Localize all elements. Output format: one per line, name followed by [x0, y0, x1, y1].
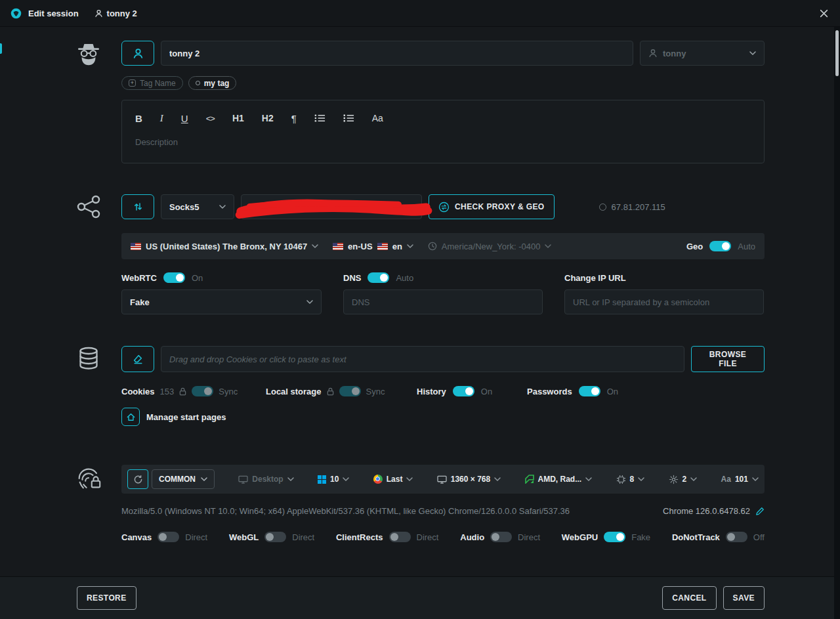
font-size-button[interactable]: Aa: [372, 113, 383, 123]
description-editor[interactable]: B I U <> H1 H2 ¶ Aa Description: [121, 100, 765, 163]
webgl-label: WebGL: [229, 532, 259, 542]
preset-value: COMMON: [159, 475, 196, 484]
geo-label: Geo: [686, 242, 703, 251]
donottrack-label: DoNotTrack: [672, 532, 720, 542]
cookies-count: 153: [160, 387, 175, 396]
local-storage-sync-state: Sync: [366, 387, 385, 396]
check-proxy-button[interactable]: CHECK PROXY & GEO: [429, 194, 555, 219]
bullet-list-button[interactable]: [314, 114, 326, 123]
plus-icon: +: [129, 79, 136, 87]
resolution-value: 1360 × 768: [451, 475, 490, 484]
close-icon[interactable]: [818, 7, 830, 19]
italic-button[interactable]: I: [160, 113, 163, 124]
dns-input[interactable]: [343, 289, 543, 314]
cookies-dropzone[interactable]: Drag and drop Cookies or click to paste …: [161, 346, 684, 372]
dialog-title: Edit session: [28, 9, 79, 18]
h2-button[interactable]: H2: [262, 113, 274, 123]
session-name-chip: tonny 2: [94, 9, 137, 18]
geo-location-select[interactable]: US (United States) The Bronx, NY 10467: [131, 242, 318, 251]
profile-select[interactable]: tonny: [640, 41, 765, 66]
chevron-down-icon: [287, 477, 294, 481]
scrollbar-thumb[interactable]: [835, 30, 839, 76]
proxy-mode-button[interactable]: [121, 194, 154, 219]
passwords-toggle[interactable]: [579, 386, 600, 396]
proxy-type-select[interactable]: Socks5: [161, 194, 234, 219]
session-name-input[interactable]: [161, 41, 633, 66]
clientrects-toggle[interactable]: [389, 532, 411, 542]
chevron-down-icon: [312, 244, 318, 248]
cpu-select[interactable]: 8: [616, 475, 645, 484]
regenerate-fingerprint-button[interactable]: [127, 469, 148, 489]
us-flag-icon: [333, 243, 343, 250]
scrollbar-track: [834, 27, 840, 619]
us-flag-icon: [131, 243, 141, 250]
memory-select[interactable]: 2: [669, 475, 698, 484]
resolution-select[interactable]: 1360 × 768: [437, 475, 501, 484]
chevron-down-icon: [749, 51, 756, 55]
bold-button[interactable]: B: [135, 113, 142, 124]
local-storage-sync-toggle[interactable]: [339, 386, 361, 396]
proxy-address-input[interactable]: [241, 194, 422, 219]
dns-toggle[interactable]: [368, 272, 389, 283]
underline-button[interactable]: U: [181, 113, 188, 124]
tag-dot-icon: [196, 81, 200, 85]
cookies-sync-toggle[interactable]: [192, 386, 213, 396]
chevron-down-icon: [494, 477, 501, 481]
amd-icon: [525, 475, 534, 484]
history-toggle[interactable]: [453, 386, 474, 396]
clear-cookies-button[interactable]: [121, 346, 154, 372]
monitor-icon: [437, 475, 447, 484]
dns-state: Auto: [396, 273, 413, 283]
donottrack-state: Off: [753, 532, 765, 542]
restore-button[interactable]: RESTORE: [77, 586, 136, 610]
browse-file-button[interactable]: BROWSE FILE: [691, 346, 765, 372]
webrtc-mode-select[interactable]: Fake: [121, 289, 322, 314]
canvas-toggle[interactable]: [158, 532, 179, 542]
webrtc-label: WebRTC: [121, 273, 157, 283]
browser-version-select[interactable]: Last: [373, 475, 413, 484]
code-button[interactable]: <>: [206, 114, 215, 123]
editor-toolbar: B I U <> H1 H2 ¶ Aa: [135, 108, 751, 128]
refresh-icon: [133, 475, 143, 484]
os-version-select[interactable]: 10: [318, 475, 349, 484]
gpu-select[interactable]: AMD, Rad...: [525, 475, 593, 484]
webgpu-toggle[interactable]: [604, 532, 625, 542]
memory-icon: [669, 475, 679, 484]
webgl-state: Direct: [292, 532, 314, 542]
change-ip-url-input[interactable]: [564, 289, 764, 314]
add-tag-button[interactable]: + Tag Name: [121, 76, 183, 90]
audio-label: Audio: [460, 532, 484, 542]
preset-select[interactable]: COMMON: [152, 469, 215, 489]
database-icon: [75, 345, 102, 372]
chevron-down-icon: [545, 244, 551, 248]
save-button[interactable]: SAVE: [723, 586, 765, 610]
cancel-button[interactable]: CANCEL: [662, 586, 716, 610]
fonts-select[interactable]: Aa 101: [721, 475, 759, 484]
cancel-label: CANCEL: [672, 593, 706, 603]
us-flag-icon: [377, 243, 388, 250]
bullet-list-icon: [314, 114, 326, 123]
swap-icon: [438, 202, 450, 213]
geo-toggle[interactable]: [709, 241, 731, 251]
network-icon: [75, 194, 102, 220]
webrtc-toggle[interactable]: [163, 272, 185, 283]
audio-toggle[interactable]: [490, 532, 512, 542]
profile-type-button[interactable]: [121, 41, 154, 66]
manage-start-pages-button[interactable]: Manage start pages: [121, 408, 765, 426]
start-pages-icon: [121, 408, 140, 426]
canvas-state: Direct: [185, 532, 207, 542]
webgl-toggle[interactable]: [264, 532, 286, 542]
tag-chip[interactable]: my tag: [188, 76, 237, 90]
edit-pencil-icon[interactable]: [755, 507, 765, 516]
ordered-list-button[interactable]: [343, 114, 354, 123]
donottrack-toggle[interactable]: [726, 532, 747, 542]
paragraph-button[interactable]: ¶: [291, 113, 297, 124]
timezone-select[interactable]: America/New_York: -0400: [428, 242, 552, 251]
cookies-label: Cookies: [121, 387, 155, 396]
platform-select[interactable]: Desktop: [238, 475, 293, 484]
edge-accent: [0, 43, 2, 54]
clientrects-label: ClientRects: [336, 532, 383, 542]
fingerprint-section-icon: [73, 464, 104, 492]
language-select[interactable]: en-US en: [333, 242, 413, 251]
h1-button[interactable]: H1: [232, 113, 244, 123]
